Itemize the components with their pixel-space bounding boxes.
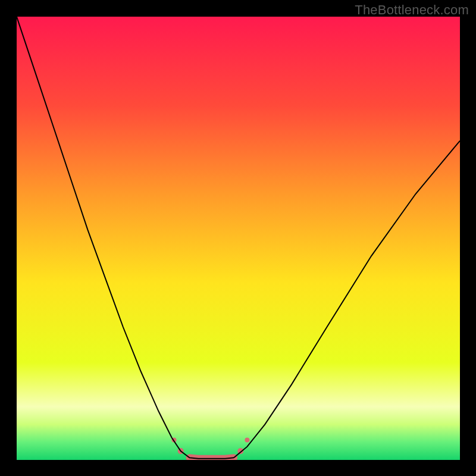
chart-stage: TheBottleneck.com — [0, 0, 476, 476]
watermark-text: TheBottleneck.com — [355, 2, 469, 18]
plot-area — [17, 17, 460, 460]
flat-dot — [245, 437, 249, 442]
curve-left-branch — [17, 17, 234, 459]
curve-layer — [17, 17, 460, 460]
curve-right-branch — [234, 141, 460, 458]
